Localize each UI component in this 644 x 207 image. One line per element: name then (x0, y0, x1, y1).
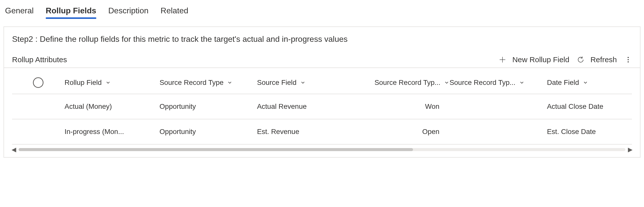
cell-source-record-type: Opportunity (160, 102, 257, 111)
rollup-panel: Step2 : Define the rollup fields for thi… (4, 26, 640, 158)
scroll-thumb[interactable] (19, 148, 413, 151)
chevron-down-icon (583, 80, 588, 85)
more-vertical-icon (624, 56, 632, 63)
new-rollup-label: New Rollup Field (512, 55, 569, 64)
step-heading: Step2 : Define the rollup fields for thi… (4, 27, 640, 44)
grid-toolbar: Rollup Attributes New Rollup Field Refre… (4, 44, 640, 68)
col-label: Rollup Field (65, 79, 102, 87)
chevron-down-icon (105, 80, 111, 85)
col-source-field[interactable]: Source Field (257, 79, 352, 87)
col-label: Source Record Typ... (375, 79, 441, 87)
new-rollup-field-button[interactable]: New Rollup Field (499, 55, 569, 64)
tab-description[interactable]: Description (108, 6, 149, 15)
tabs-bar: General Rollup Fields Description Relate… (0, 0, 644, 20)
svg-point-3 (628, 59, 629, 60)
cell-source-field: Actual Revenue (257, 102, 352, 111)
grid-header-row: Rollup Field Source Record Type Source F… (12, 72, 632, 94)
chevron-down-icon (519, 80, 525, 85)
grid-title: Rollup Attributes (12, 55, 67, 64)
cell-date-field: Est. Close Date (547, 128, 632, 136)
select-all-cell[interactable] (12, 77, 65, 88)
cell-rollup-field: Actual (Money) (65, 102, 160, 111)
tab-rollup-fields[interactable]: Rollup Fields (46, 6, 96, 15)
chevron-down-icon (300, 80, 306, 85)
col-label: Source Record Typ... (449, 79, 516, 87)
grid-actions: New Rollup Field Refresh (499, 55, 632, 64)
col-source-record-type[interactable]: Source Record Type (160, 79, 257, 87)
cell-source-record-type: Opportunity (160, 128, 257, 136)
svg-point-4 (628, 61, 629, 63)
scroll-left-icon[interactable]: ◀ (12, 146, 16, 153)
col-rollup-field[interactable]: Rollup Field (65, 79, 160, 87)
cell-rollup-field: In-progress (Mon... (65, 128, 160, 136)
refresh-label: Refresh (590, 55, 617, 64)
col-date-field[interactable]: Date Field (547, 79, 632, 87)
cell-date-field: Actual Close Date (547, 102, 632, 111)
col-source-record-typ-1[interactable]: Source Record Typ... (352, 79, 449, 87)
col-source-record-typ-2[interactable]: Source Record Typ... (449, 79, 547, 87)
cell-source-field: Est. Revenue (257, 128, 352, 136)
tab-related[interactable]: Related (161, 6, 188, 15)
plus-icon (499, 56, 506, 63)
chevron-down-icon (444, 80, 449, 85)
refresh-icon (577, 56, 584, 63)
cell-source-record-typ-1: Won (352, 102, 449, 111)
tab-general[interactable]: General (5, 6, 34, 15)
col-label: Source Record Type (160, 79, 224, 87)
rollup-grid: Rollup Field Source Record Type Source F… (4, 72, 640, 145)
scroll-right-icon[interactable]: ▶ (628, 146, 632, 153)
svg-point-2 (628, 57, 629, 58)
select-all-circle-icon (33, 77, 43, 88)
col-label: Source Field (257, 79, 296, 87)
cell-source-record-typ-1: Open (352, 128, 449, 136)
scroll-track[interactable] (19, 148, 625, 151)
table-row[interactable]: In-progress (Mon... Opportunity Est. Rev… (12, 119, 632, 145)
refresh-button[interactable]: Refresh (577, 55, 617, 64)
table-row[interactable]: Actual (Money) Opportunity Actual Revenu… (12, 94, 632, 119)
col-label: Date Field (547, 79, 579, 87)
horizontal-scrollbar: ◀ ▶ (4, 145, 640, 152)
more-commands-button[interactable] (624, 56, 632, 63)
chevron-down-icon (227, 80, 233, 85)
